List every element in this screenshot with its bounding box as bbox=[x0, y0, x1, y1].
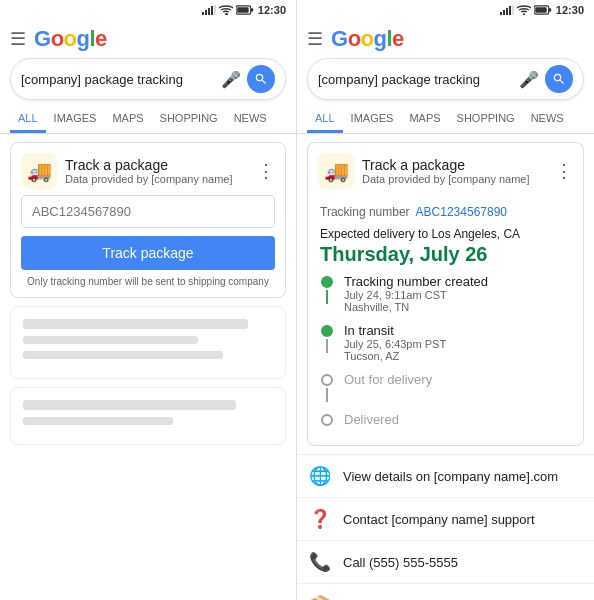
tab-news-right[interactable]: NEWS bbox=[523, 106, 572, 133]
mic-icon-right[interactable]: 🎤 bbox=[519, 70, 539, 89]
timeline-item-2: Out for delivery bbox=[320, 372, 571, 402]
right-panel: 12:30 ☰ Google 🎤 ALL IMAGES MAPS SHOPPIN… bbox=[297, 0, 594, 600]
skeleton-card-2 bbox=[10, 387, 286, 445]
tl-dot-col-0 bbox=[320, 274, 334, 304]
tl-detail2-0: Nashville, TN bbox=[344, 301, 571, 313]
skel-line bbox=[23, 417, 173, 425]
svg-rect-13 bbox=[512, 5, 514, 15]
tl-content-0: Tracking number created July 24, 9:11am … bbox=[344, 274, 571, 313]
tab-shopping-left[interactable]: SHOPPING bbox=[152, 106, 226, 133]
tl-line-0 bbox=[326, 290, 328, 304]
tab-news-left[interactable]: NEWS bbox=[226, 106, 275, 133]
tab-images-left[interactable]: IMAGES bbox=[46, 106, 105, 133]
status-icons-right bbox=[500, 5, 552, 15]
svg-rect-16 bbox=[549, 8, 551, 11]
tl-dot-2 bbox=[321, 374, 333, 386]
tabs-bar-left: ALL IMAGES MAPS SHOPPING NEWS bbox=[0, 106, 296, 134]
search-input-right[interactable] bbox=[318, 72, 513, 87]
question-icon: ❓ bbox=[309, 508, 331, 530]
tracking-input-left[interactable] bbox=[21, 195, 275, 228]
tl-line-2 bbox=[326, 388, 328, 402]
package-icon: 📦 bbox=[309, 594, 331, 600]
tracking-card-left: 🚚 Track a package Data provided by [comp… bbox=[10, 142, 286, 298]
action-label-contact: Contact [company name] support bbox=[343, 512, 535, 527]
tl-content-2: Out for delivery bbox=[344, 372, 571, 387]
tl-title-2: Out for delivery bbox=[344, 372, 571, 387]
action-track-another[interactable]: 📦 Track another package bbox=[297, 584, 594, 600]
google-logo-left: Google bbox=[34, 26, 107, 52]
more-icon-right[interactable]: ⋮ bbox=[555, 160, 573, 182]
more-icon-left[interactable]: ⋮ bbox=[257, 160, 275, 182]
tab-shopping-right[interactable]: SHOPPING bbox=[449, 106, 523, 133]
tl-dot-col-3 bbox=[320, 412, 334, 426]
truck-icon-left: 🚚 bbox=[21, 153, 57, 189]
tl-detail2-1: Tucson, AZ bbox=[344, 350, 571, 362]
tl-content-1: In transit July 25, 6:43pm PST Tucson, A… bbox=[344, 323, 571, 362]
nav-bar-right: ☰ Google bbox=[297, 20, 594, 58]
nav-bar-left: ☰ Google bbox=[0, 20, 296, 58]
tl-dot-0 bbox=[321, 276, 333, 288]
action-contact-support[interactable]: ❓ Contact [company name] support bbox=[297, 498, 594, 541]
timeline: Tracking number created July 24, 9:11am … bbox=[308, 274, 583, 427]
tab-all-left[interactable]: ALL bbox=[10, 106, 46, 133]
card-title-right: Track a package bbox=[362, 157, 530, 173]
action-call[interactable]: 📞 Call (555) 555-5555 bbox=[297, 541, 594, 584]
card-subtitle-left: Data provided by [company name] bbox=[65, 173, 233, 185]
google-logo-right: Google bbox=[331, 26, 404, 52]
truck-icon-right: 🚚 bbox=[318, 153, 354, 189]
delivery-label: Expected delivery to Los Angeles, CA bbox=[308, 223, 583, 243]
tab-maps-right[interactable]: MAPS bbox=[401, 106, 448, 133]
tab-all-right[interactable]: ALL bbox=[307, 106, 343, 133]
card-title-left: Track a package bbox=[65, 157, 233, 173]
svg-rect-11 bbox=[506, 8, 508, 15]
svg-rect-12 bbox=[509, 6, 511, 15]
search-btn-icon-left bbox=[254, 72, 268, 86]
tracking-card-right: 🚚 Track a package Data provided by [comp… bbox=[307, 142, 584, 205]
hamburger-icon-left[interactable]: ☰ bbox=[10, 28, 26, 50]
battery-icon-right bbox=[534, 5, 552, 15]
track-note-left: Only tracking number will be sent to shi… bbox=[21, 276, 275, 287]
svg-rect-4 bbox=[214, 5, 216, 15]
tracking-number-label: Tracking number bbox=[320, 205, 410, 219]
card-title-row-right: 🚚 Track a package Data provided by [comp… bbox=[318, 153, 530, 189]
status-bar-left: 12:30 bbox=[0, 0, 296, 20]
track-button-left[interactable]: Track package bbox=[21, 236, 275, 270]
tl-detail-1: July 25, 6:43pm PST bbox=[344, 338, 571, 350]
card-subtitle-right: Data provided by [company name] bbox=[362, 173, 530, 185]
content-right: 🚚 Track a package Data provided by [comp… bbox=[297, 134, 594, 600]
mic-icon-left[interactable]: 🎤 bbox=[221, 70, 241, 89]
skeleton-card-1 bbox=[10, 306, 286, 379]
search-button-left[interactable] bbox=[247, 65, 275, 93]
svg-rect-0 bbox=[202, 12, 204, 15]
skel-line bbox=[23, 400, 236, 410]
search-button-right[interactable] bbox=[545, 65, 573, 93]
search-input-left[interactable] bbox=[21, 72, 215, 87]
signal-icon bbox=[202, 5, 216, 15]
signal-icon-right bbox=[500, 5, 514, 15]
tabs-bar-right: ALL IMAGES MAPS SHOPPING NEWS bbox=[297, 106, 594, 134]
hamburger-icon-right[interactable]: ☰ bbox=[307, 28, 323, 50]
delivery-date: Thursday, July 26 bbox=[308, 243, 583, 274]
skel-line bbox=[23, 351, 223, 359]
timeline-item-1: In transit July 25, 6:43pm PST Tucson, A… bbox=[320, 323, 571, 362]
search-bar-left[interactable]: 🎤 bbox=[10, 58, 286, 100]
timeline-item-3: Delivered bbox=[320, 412, 571, 427]
card-title-row-left: 🚚 Track a package Data provided by [comp… bbox=[21, 153, 233, 189]
tl-dot-col-1 bbox=[320, 323, 334, 353]
time-left: 12:30 bbox=[258, 4, 286, 16]
action-label-call: Call (555) 555-5555 bbox=[343, 555, 458, 570]
skel-line bbox=[23, 336, 198, 344]
phone-icon: 📞 bbox=[309, 551, 331, 573]
action-view-details[interactable]: 🌐 View details on [company name].com bbox=[297, 455, 594, 498]
svg-rect-8 bbox=[237, 7, 248, 13]
battery-icon bbox=[236, 5, 254, 15]
tab-maps-left[interactable]: MAPS bbox=[104, 106, 151, 133]
tl-detail-0: July 24, 9:11am CST bbox=[344, 289, 571, 301]
tl-line-1 bbox=[326, 339, 328, 353]
search-bar-right[interactable]: 🎤 bbox=[307, 58, 584, 100]
tab-images-right[interactable]: IMAGES bbox=[343, 106, 402, 133]
action-label-view: View details on [company name].com bbox=[343, 469, 558, 484]
tracking-number-value[interactable]: ABC1234567890 bbox=[416, 205, 507, 219]
tl-title-0: Tracking number created bbox=[344, 274, 571, 289]
status-bar-right: 12:30 bbox=[297, 0, 594, 20]
